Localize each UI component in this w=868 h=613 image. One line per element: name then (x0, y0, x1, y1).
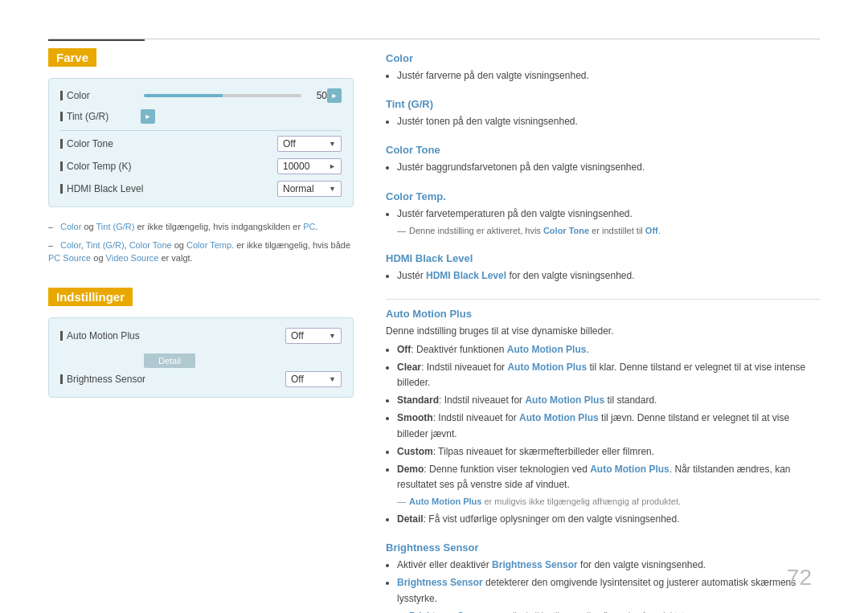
farve-control-box: Color 50 ► Tint (G/R) ► (48, 78, 354, 207)
tint-arrow[interactable]: ► (141, 109, 155, 124)
desc-tint-text: Justér tonen på den valgte visningsenhed… (386, 114, 820, 129)
desc-color-tone: Color Tone Justér baggrundsfarvetonen på… (386, 144, 820, 175)
auto-motion-bar (60, 331, 63, 341)
auto-motion-label: Auto Motion Plus (60, 330, 157, 341)
color-temp-select[interactable]: 10000 ► (277, 158, 342, 174)
farve-note-1: – Color og Tint (G/R) er ikke tilgængeli… (48, 220, 354, 234)
right-column: Color Justér farverne på den valgte visn… (386, 52, 820, 613)
auto-motion-note1: Auto Motion Plus er muligvis ikke tilgæn… (397, 495, 820, 509)
brightness-row: Brightness Sensor Off ▼ (60, 371, 342, 387)
desc-tint: Tint (G/R) Justér tonen på den valgte vi… (386, 98, 820, 129)
color-tone-arrow: ▼ (329, 140, 336, 148)
color-row: Color 50 ► (60, 88, 342, 103)
color-arrow[interactable]: ► (327, 88, 342, 103)
tint-slider-wrap: ► (141, 109, 342, 124)
brightness-label: Brightness Sensor (60, 374, 157, 385)
color-temp-arrow: ► (329, 162, 336, 170)
brightness-note: Brightness Sensor er muligvis ikke tilgæ… (397, 609, 820, 613)
desc-hdmi-text: Justér HDMI Black Level for den valgte v… (386, 268, 820, 284)
hdmi-arrow: ▼ (329, 185, 336, 193)
hdmi-label: HDMI Black Level (60, 183, 157, 194)
indstillinger-header: Indstillinger (48, 288, 133, 306)
tint-row: Tint (G/R) ► (60, 109, 342, 124)
color-tone-select[interactable]: Off ▼ (277, 136, 342, 152)
color-bar (60, 91, 63, 100)
desc-color-temp: Color Temp. Justér farvetemperaturen på … (386, 190, 820, 239)
color-label: Color (60, 90, 141, 101)
color-temp-bar (60, 161, 63, 171)
farve-section: Farve Color 50 ► Tint (G/R) (48, 48, 354, 265)
desc-brightness: Brightness Sensor Aktivér eller deaktivé… (386, 541, 820, 613)
color-value: 50 (305, 90, 327, 101)
desc-auto-motion-title: Auto Motion Plus (386, 308, 820, 320)
desc-tint-title: Tint (G/R) (386, 98, 820, 110)
desc-color: Color Justér farverne på den valgte visn… (386, 52, 820, 84)
tint-bar (60, 112, 63, 121)
tint-label: Tint (G/R) (60, 111, 141, 122)
hdmi-bar (60, 184, 63, 194)
color-temp-note: Denne indstilling er aktiveret, hvis Col… (397, 224, 820, 239)
color-tone-label: Color Tone (60, 138, 157, 149)
desc-auto-motion-content: Denne indstilling bruges til at vise dyn… (386, 324, 820, 528)
color-temp-row: Color Temp (K) 10000 ► (60, 158, 342, 174)
desc-auto-motion: Auto Motion Plus Denne indstilling bruge… (386, 308, 820, 528)
detail-button[interactable]: Detail (144, 353, 195, 368)
color-tone-row: Color Tone Off ▼ (60, 136, 342, 152)
desc-color-title: Color (386, 52, 820, 64)
left-column: Farve Color 50 ► Tint (G/R) (48, 48, 354, 411)
auto-motion-arrow: ▼ (329, 332, 336, 340)
top-divider (48, 39, 820, 39)
indstillinger-control-box: Auto Motion Plus Off ▼ Detail Brightness… (48, 317, 354, 398)
farve-note-2: – Color, Tint (G/R), Color Tone og Color… (48, 239, 354, 265)
hdmi-select[interactable]: Normal ▼ (277, 181, 342, 197)
page-number: 72 (787, 565, 812, 591)
brightness-select[interactable]: Off ▼ (285, 371, 342, 387)
desc-color-temp-text: Justér farvetemperaturen på den valgte v… (386, 206, 820, 239)
color-temp-label: Color Temp (K) (60, 161, 157, 172)
indstillinger-section: Indstillinger Auto Motion Plus Off ▼ Det… (48, 288, 354, 398)
desc-hdmi-title: HDMI Black Level (386, 252, 820, 264)
desc-color-temp-title: Color Temp. (386, 190, 820, 202)
desc-brightness-title: Brightness Sensor (386, 541, 820, 554)
color-slider-wrap: 50 ► (141, 88, 342, 103)
auto-motion-row: Auto Motion Plus Off ▼ (60, 328, 342, 344)
right-divider (386, 299, 820, 300)
desc-color-tone-text: Justér baggrundsfarvetonen på den valgte… (386, 160, 820, 175)
desc-color-text: Justér farverne på den valgte visningsen… (386, 68, 820, 84)
color-tone-bar (60, 139, 63, 149)
color-slider[interactable] (144, 94, 301, 97)
control-divider (60, 130, 342, 131)
brightness-arrow: ▼ (329, 375, 336, 383)
desc-hdmi: HDMI Black Level Justér HDMI Black Level… (386, 252, 820, 284)
brightness-bar (60, 374, 63, 384)
hdmi-row: HDMI Black Level Normal ▼ (60, 181, 342, 197)
desc-color-tone-title: Color Tone (386, 144, 820, 156)
farve-header: Farve (48, 48, 96, 67)
auto-motion-select[interactable]: Off ▼ (285, 328, 342, 344)
desc-brightness-content: Aktivér eller deaktivér Brightness Senso… (386, 558, 820, 613)
